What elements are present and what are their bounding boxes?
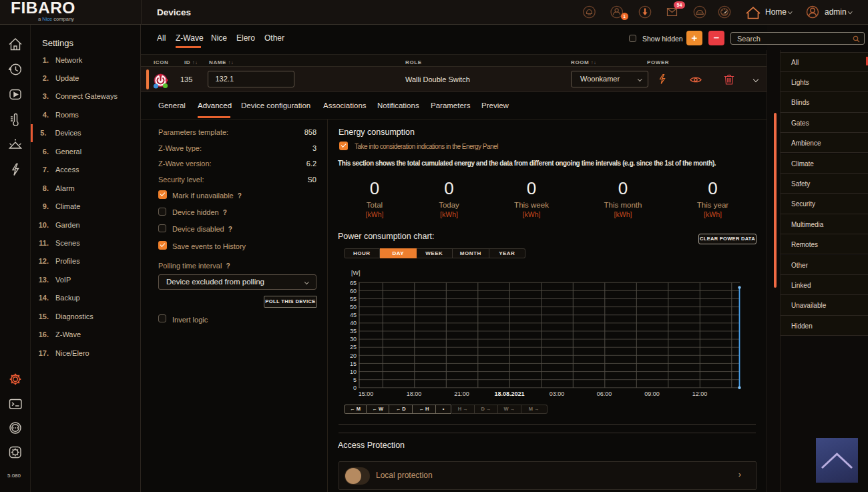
svg-text:18:00: 18:00 bbox=[407, 391, 422, 397]
svg-text:12:00: 12:00 bbox=[692, 391, 708, 397]
svg-text:03:00: 03:00 bbox=[550, 391, 565, 397]
svg-text:21:00: 21:00 bbox=[454, 391, 469, 397]
svg-text:18.08.2021: 18.08.2021 bbox=[494, 391, 524, 397]
svg-text:20: 20 bbox=[350, 352, 357, 359]
svg-text:40: 40 bbox=[350, 320, 357, 326]
svg-text:55: 55 bbox=[350, 296, 357, 302]
svg-text:15: 15 bbox=[350, 360, 357, 367]
svg-text:50: 50 bbox=[350, 304, 357, 310]
svg-text:15:00: 15:00 bbox=[359, 391, 374, 397]
svg-text:30: 30 bbox=[350, 336, 357, 342]
svg-text:60: 60 bbox=[350, 288, 357, 294]
svg-text:5: 5 bbox=[353, 377, 357, 383]
svg-text:06:00: 06:00 bbox=[597, 391, 612, 397]
svg-text:09:00: 09:00 bbox=[644, 391, 660, 397]
svg-text:25: 25 bbox=[350, 344, 357, 350]
svg-text:0: 0 bbox=[353, 385, 357, 391]
svg-text:35: 35 bbox=[350, 328, 357, 334]
svg-text:[W]: [W] bbox=[351, 270, 361, 276]
svg-text:10: 10 bbox=[350, 368, 357, 375]
svg-text:65: 65 bbox=[350, 280, 357, 286]
svg-text:45: 45 bbox=[350, 312, 357, 318]
